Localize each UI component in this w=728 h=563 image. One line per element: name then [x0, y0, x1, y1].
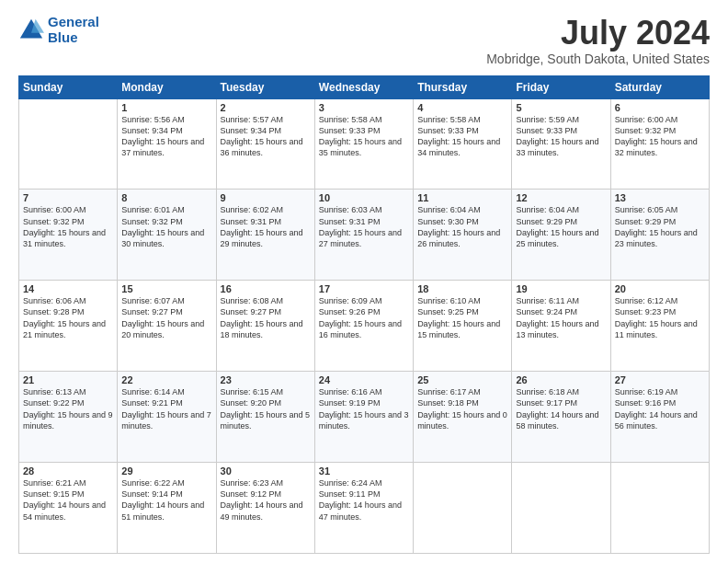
- day-info: Sunrise: 6:16 AM Sunset: 9:19 PM Dayligh…: [319, 386, 409, 431]
- day-number: 15: [121, 283, 211, 294]
- day-number: 12: [516, 192, 606, 203]
- day-number: 22: [121, 374, 211, 385]
- day-info: Sunrise: 6:15 AM Sunset: 9:20 PM Dayligh…: [221, 386, 311, 431]
- calendar-cell: 28Sunrise: 6:21 AM Sunset: 9:15 PM Dayli…: [19, 463, 118, 554]
- logo: General Blue: [18, 15, 99, 45]
- header-wednesday: Wednesday: [314, 75, 413, 98]
- title-block: July 2024 Mobridge, South Dakota, United…: [486, 15, 710, 66]
- day-info: Sunrise: 6:09 AM Sunset: 9:26 PM Dayligh…: [319, 295, 409, 340]
- header-saturday: Saturday: [610, 75, 709, 98]
- calendar-cell: 10Sunrise: 6:03 AM Sunset: 9:31 PM Dayli…: [314, 190, 413, 281]
- day-info: Sunrise: 6:02 AM Sunset: 9:31 PM Dayligh…: [221, 204, 311, 249]
- day-info: Sunrise: 6:17 AM Sunset: 9:18 PM Dayligh…: [417, 386, 507, 431]
- day-number: 9: [221, 192, 311, 203]
- day-number: 6: [615, 102, 705, 113]
- day-number: 7: [23, 192, 113, 203]
- day-number: 16: [221, 283, 311, 294]
- day-number: 2: [221, 102, 311, 113]
- day-number: 3: [319, 102, 409, 113]
- day-number: 28: [23, 465, 113, 477]
- day-info: Sunrise: 6:24 AM Sunset: 9:11 PM Dayligh…: [319, 477, 409, 523]
- main-title: July 2024: [486, 15, 710, 52]
- day-number: 14: [23, 283, 113, 294]
- calendar-cell: 26Sunrise: 6:18 AM Sunset: 9:17 PM Dayli…: [512, 372, 610, 463]
- day-info: Sunrise: 6:00 AM Sunset: 9:32 PM Dayligh…: [615, 114, 705, 159]
- day-number: 1: [121, 102, 211, 113]
- calendar-cell: 20Sunrise: 6:12 AM Sunset: 9:23 PM Dayli…: [610, 281, 709, 372]
- calendar-cell: 6Sunrise: 6:00 AM Sunset: 9:32 PM Daylig…: [610, 98, 709, 190]
- page: General Blue July 2024 Mobridge, South D…: [0, 0, 728, 563]
- day-number: 24: [319, 374, 409, 385]
- day-info: Sunrise: 6:21 AM Sunset: 9:15 PM Dayligh…: [23, 477, 113, 523]
- calendar-cell: 18Sunrise: 6:10 AM Sunset: 9:25 PM Dayli…: [414, 281, 512, 372]
- day-number: 29: [121, 465, 211, 477]
- day-number: 8: [121, 192, 211, 203]
- calendar-cell: 13Sunrise: 6:05 AM Sunset: 9:29 PM Dayli…: [610, 190, 709, 281]
- calendar-cell: [414, 463, 512, 554]
- day-info: Sunrise: 6:04 AM Sunset: 9:30 PM Dayligh…: [417, 204, 507, 249]
- day-info: Sunrise: 6:00 AM Sunset: 9:32 PM Dayligh…: [23, 204, 113, 249]
- day-number: 25: [417, 374, 507, 385]
- day-number: 30: [221, 465, 311, 477]
- day-info: Sunrise: 6:08 AM Sunset: 9:27 PM Dayligh…: [221, 295, 311, 340]
- day-info: Sunrise: 5:58 AM Sunset: 9:33 PM Dayligh…: [417, 114, 507, 159]
- calendar-cell: 3Sunrise: 5:58 AM Sunset: 9:33 PM Daylig…: [314, 98, 413, 190]
- day-number: 13: [615, 192, 705, 203]
- calendar-week-4: 21Sunrise: 6:13 AM Sunset: 9:22 PM Dayli…: [19, 372, 710, 463]
- calendar-cell: 15Sunrise: 6:07 AM Sunset: 9:27 PM Dayli…: [118, 281, 216, 372]
- day-info: Sunrise: 5:57 AM Sunset: 9:34 PM Dayligh…: [221, 114, 311, 159]
- calendar-cell: 12Sunrise: 6:04 AM Sunset: 9:29 PM Dayli…: [512, 190, 610, 281]
- day-number: 4: [417, 102, 507, 113]
- day-info: Sunrise: 6:11 AM Sunset: 9:24 PM Dayligh…: [516, 295, 606, 340]
- calendar-cell: 5Sunrise: 5:59 AM Sunset: 9:33 PM Daylig…: [512, 98, 610, 190]
- day-info: Sunrise: 6:18 AM Sunset: 9:17 PM Dayligh…: [516, 386, 606, 431]
- day-info: Sunrise: 5:56 AM Sunset: 9:34 PM Dayligh…: [121, 114, 211, 159]
- calendar-cell: 21Sunrise: 6:13 AM Sunset: 9:22 PM Dayli…: [19, 372, 118, 463]
- calendar-cell: 14Sunrise: 6:06 AM Sunset: 9:28 PM Dayli…: [19, 281, 118, 372]
- day-info: Sunrise: 6:01 AM Sunset: 9:32 PM Dayligh…: [121, 204, 211, 249]
- day-info: Sunrise: 6:23 AM Sunset: 9:12 PM Dayligh…: [221, 477, 311, 523]
- calendar-cell: 22Sunrise: 6:14 AM Sunset: 9:21 PM Dayli…: [118, 372, 216, 463]
- day-number: 21: [23, 374, 113, 385]
- day-info: Sunrise: 6:06 AM Sunset: 9:28 PM Dayligh…: [23, 295, 113, 340]
- header-thursday: Thursday: [414, 75, 512, 98]
- calendar-cell: 2Sunrise: 5:57 AM Sunset: 9:34 PM Daylig…: [216, 98, 314, 190]
- calendar-cell: [512, 463, 610, 554]
- calendar-week-2: 7Sunrise: 6:00 AM Sunset: 9:32 PM Daylig…: [19, 190, 710, 281]
- day-info: Sunrise: 5:59 AM Sunset: 9:33 PM Dayligh…: [516, 114, 606, 159]
- calendar-cell: 16Sunrise: 6:08 AM Sunset: 9:27 PM Dayli…: [216, 281, 314, 372]
- day-info: Sunrise: 6:14 AM Sunset: 9:21 PM Dayligh…: [121, 386, 211, 431]
- header-monday: Monday: [118, 75, 216, 98]
- logo-text: General Blue: [48, 15, 99, 45]
- calendar-cell: 31Sunrise: 6:24 AM Sunset: 9:11 PM Dayli…: [314, 463, 413, 554]
- calendar-cell: 7Sunrise: 6:00 AM Sunset: 9:32 PM Daylig…: [19, 190, 118, 281]
- day-info: Sunrise: 5:58 AM Sunset: 9:33 PM Dayligh…: [319, 114, 409, 159]
- day-number: 11: [417, 192, 507, 203]
- header-tuesday: Tuesday: [216, 75, 314, 98]
- calendar-table: Sunday Monday Tuesday Wednesday Thursday…: [18, 75, 710, 554]
- day-number: 20: [615, 283, 705, 294]
- day-info: Sunrise: 6:19 AM Sunset: 9:16 PM Dayligh…: [615, 386, 705, 431]
- day-number: 23: [221, 374, 311, 385]
- calendar-cell: 9Sunrise: 6:02 AM Sunset: 9:31 PM Daylig…: [216, 190, 314, 281]
- calendar-cell: 24Sunrise: 6:16 AM Sunset: 9:19 PM Dayli…: [314, 372, 413, 463]
- calendar-cell: 25Sunrise: 6:17 AM Sunset: 9:18 PM Dayli…: [414, 372, 512, 463]
- day-info: Sunrise: 6:22 AM Sunset: 9:14 PM Dayligh…: [121, 477, 211, 523]
- day-number: 19: [516, 283, 606, 294]
- calendar-cell: 29Sunrise: 6:22 AM Sunset: 9:14 PM Dayli…: [118, 463, 216, 554]
- day-number: 18: [417, 283, 507, 294]
- calendar-cell: 17Sunrise: 6:09 AM Sunset: 9:26 PM Dayli…: [314, 281, 413, 372]
- day-info: Sunrise: 6:03 AM Sunset: 9:31 PM Dayligh…: [319, 204, 409, 249]
- day-number: 26: [516, 374, 606, 385]
- header-friday: Friday: [512, 75, 610, 98]
- calendar-cell: 23Sunrise: 6:15 AM Sunset: 9:20 PM Dayli…: [216, 372, 314, 463]
- calendar-cell: 1Sunrise: 5:56 AM Sunset: 9:34 PM Daylig…: [118, 98, 216, 190]
- calendar-header-row: Sunday Monday Tuesday Wednesday Thursday…: [19, 75, 710, 98]
- calendar-cell: 8Sunrise: 6:01 AM Sunset: 9:32 PM Daylig…: [118, 190, 216, 281]
- calendar-cell: 11Sunrise: 6:04 AM Sunset: 9:30 PM Dayli…: [414, 190, 512, 281]
- day-number: 17: [319, 283, 409, 294]
- calendar-cell: 19Sunrise: 6:11 AM Sunset: 9:24 PM Dayli…: [512, 281, 610, 372]
- calendar-cell: 27Sunrise: 6:19 AM Sunset: 9:16 PM Dayli…: [610, 372, 709, 463]
- day-info: Sunrise: 6:04 AM Sunset: 9:29 PM Dayligh…: [516, 204, 606, 249]
- day-number: 5: [516, 102, 606, 113]
